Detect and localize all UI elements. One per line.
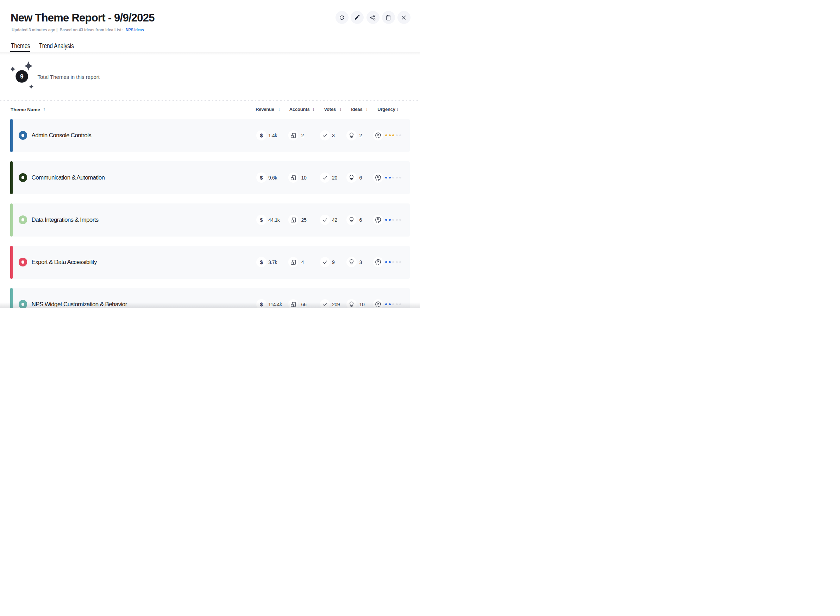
svg-text:9: 9 xyxy=(20,73,23,80)
